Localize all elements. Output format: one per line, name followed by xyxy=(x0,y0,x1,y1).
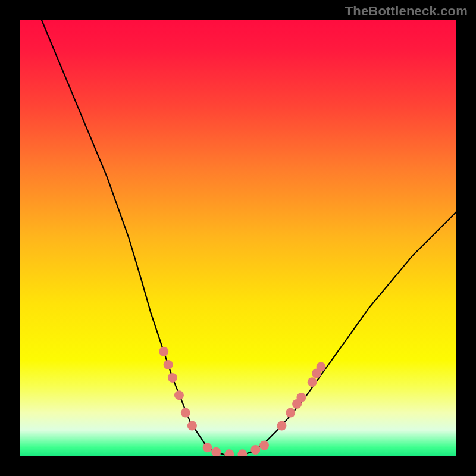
marker-dot xyxy=(317,362,326,372)
marker-dot xyxy=(224,449,234,456)
curve-markers xyxy=(159,347,325,456)
marker-dot xyxy=(296,393,306,402)
marker-dot xyxy=(250,445,260,455)
marker-dot xyxy=(174,390,184,400)
marker-dot xyxy=(187,421,197,431)
marker-dot xyxy=(181,408,190,418)
marker-dot xyxy=(211,447,221,456)
marker-dot xyxy=(277,421,286,431)
chart-frame: TheBottleneck.com xyxy=(0,0,476,476)
marker-dot xyxy=(203,443,212,452)
marker-dot xyxy=(286,408,295,418)
marker-dot xyxy=(159,347,168,356)
marker-dot xyxy=(259,441,269,450)
marker-dot xyxy=(237,449,247,456)
bottleneck-curve xyxy=(42,20,456,456)
plot-area xyxy=(20,20,456,456)
marker-dot xyxy=(168,373,177,383)
marker-dot xyxy=(164,360,173,369)
curve-layer xyxy=(20,20,456,456)
marker-dot xyxy=(308,377,317,387)
watermark-text: TheBottleneck.com xyxy=(345,4,468,19)
